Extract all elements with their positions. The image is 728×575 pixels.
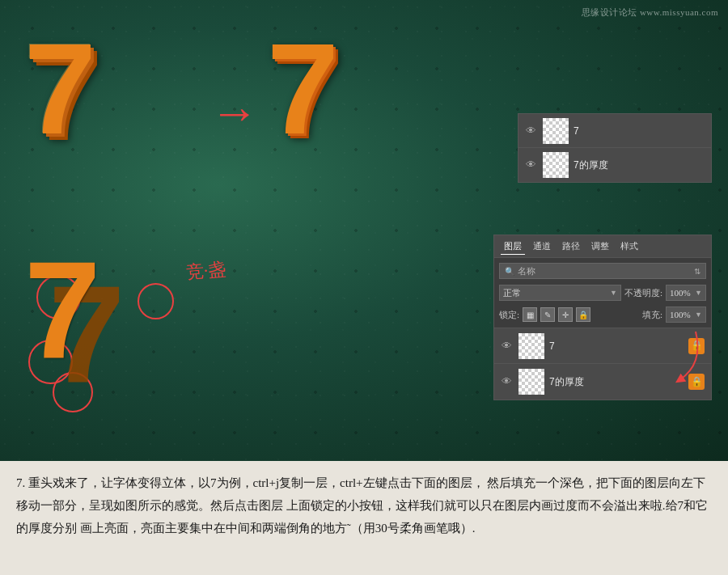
layer-row-thickness-top[interactable]: 👁 7的厚度 bbox=[518, 148, 711, 182]
instruction-text: 7. 重头戏来了，让字体变得立体，以7为例，ctrl+j复制一层，ctrl+左键… bbox=[16, 472, 712, 539]
blend-dropdown-arrow: ▼ bbox=[610, 289, 617, 297]
layer-thumbnail-thickness-main bbox=[518, 369, 544, 395]
layer-name-7-top: 7 bbox=[574, 125, 579, 137]
lock-badge-7[interactable]: 🔒 bbox=[688, 338, 705, 354]
search-placeholder-text: 名称 bbox=[518, 265, 535, 277]
blend-opacity-row: 正常 ▼ 不透明度: 100% ▼ bbox=[499, 283, 706, 302]
fill-dropdown[interactable]: 100% ▼ bbox=[666, 307, 706, 323]
blend-mode-value: 正常 bbox=[503, 287, 610, 299]
layer-row-thickness-main[interactable]: 👁 7的厚度 🔒 bbox=[494, 364, 711, 400]
eye-icon-thickness-top[interactable]: 👁 bbox=[523, 158, 538, 172]
panel-controls: 🔍 名称 ⇅ 正常 ▼ 不透明度: 100% ▼ bbox=[494, 258, 711, 328]
search-icon: 🔍 bbox=[505, 267, 514, 276]
blend-mode-dropdown[interactable]: 正常 ▼ bbox=[499, 285, 621, 301]
lock-position-btn[interactable]: ✎ bbox=[540, 307, 555, 322]
arrow-right: → bbox=[210, 85, 259, 141]
opacity-value: 100% bbox=[670, 288, 695, 298]
tab-paths[interactable]: 路径 bbox=[559, 239, 583, 254]
opacity-dropdown[interactable]: 100% ▼ bbox=[666, 285, 706, 301]
seven-flat-right: 7 bbox=[267, 24, 339, 154]
handwritten-annotation: 竞·盏 bbox=[185, 257, 227, 285]
seven-3d-front: 7 bbox=[24, 230, 101, 389]
layer-thumbnail-7-top bbox=[543, 118, 569, 144]
lock-move-btn[interactable]: ✛ bbox=[558, 307, 573, 322]
layer-name-thickness-main: 7的厚度 bbox=[549, 375, 584, 389]
tab-channels[interactable]: 通道 bbox=[530, 239, 554, 254]
fill-dropdown-arrow: ▼ bbox=[695, 311, 702, 319]
tab-styles[interactable]: 样式 bbox=[617, 239, 641, 254]
watermark: 思缘设计论坛 www.missyuan.com bbox=[582, 6, 718, 19]
lock-label: 锁定: bbox=[499, 309, 519, 321]
layer-thumbnail-thickness-top bbox=[543, 152, 569, 178]
eye-icon-thickness-main[interactable]: 👁 bbox=[499, 374, 514, 389]
lock-all-btn[interactable]: 🔒 bbox=[576, 307, 590, 322]
fill-value: 100% bbox=[670, 310, 695, 319]
canvas-area: 思缘设计论坛 www.missyuan.com 7 → 7 7 7 竞·盏 👁 … bbox=[0, 0, 728, 461]
lock-pixels-btn[interactable]: ▦ bbox=[523, 307, 537, 322]
tab-adjustments[interactable]: 调整 bbox=[588, 239, 612, 254]
annotation-circle-4 bbox=[138, 283, 174, 319]
lock-badge-thickness[interactable]: 🔒 bbox=[688, 374, 705, 390]
sort-icon[interactable]: ⇅ bbox=[694, 267, 700, 276]
layer-panel-top: 👁 7 👁 7的厚度 bbox=[518, 113, 712, 183]
layer-name-thickness-top: 7的厚度 bbox=[574, 159, 608, 172]
eye-icon-7-top[interactable]: 👁 bbox=[523, 124, 538, 138]
opacity-label: 不透明度: bbox=[624, 287, 662, 299]
search-row: 🔍 名称 ⇅ bbox=[499, 261, 706, 281]
text-area: 7. 重头戏来了，让字体变得立体，以7为例，ctrl+j复制一层，ctrl+左键… bbox=[0, 461, 728, 575]
layer-name-7-main: 7 bbox=[549, 340, 555, 352]
seven-flat-left: 7 bbox=[24, 24, 96, 154]
panel-header: 图层 通道 路径 调整 样式 bbox=[494, 235, 711, 258]
layer-row-7-top[interactable]: 👁 7 bbox=[518, 114, 711, 148]
main-container: 思缘设计论坛 www.missyuan.com 7 → 7 7 7 竞·盏 👁 … bbox=[0, 0, 728, 575]
layer-panel-main: 图层 通道 路径 调整 样式 🔍 名称 ⇅ 正常 bbox=[493, 235, 712, 400]
layer-thumbnail-7-main bbox=[518, 333, 544, 359]
layer-search[interactable]: 🔍 名称 ⇅ bbox=[499, 263, 706, 279]
tab-layers[interactable]: 图层 bbox=[501, 239, 525, 255]
lock-fill-row: 锁定: ▦ ✎ ✛ 🔒 填充: 100% ▼ bbox=[499, 305, 706, 324]
eye-icon-7-main[interactable]: 👁 bbox=[499, 339, 514, 353]
fill-label: 填充: bbox=[642, 309, 662, 321]
opacity-dropdown-arrow: ▼ bbox=[695, 289, 702, 297]
layer-row-7-main[interactable]: 👁 7 🔒 bbox=[494, 328, 711, 364]
